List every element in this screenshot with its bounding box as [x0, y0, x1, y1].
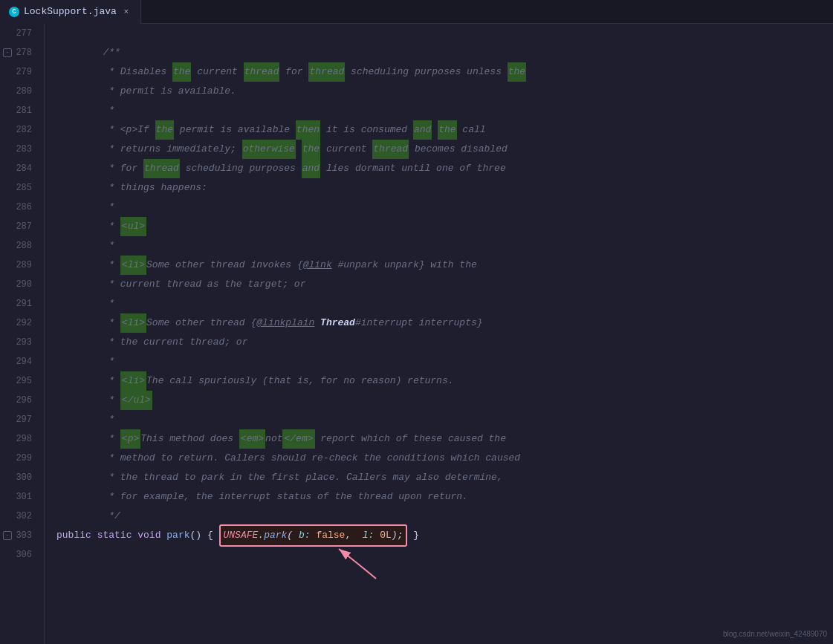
line-num-288: 288 [0, 236, 38, 256]
line-num-292: 292 [0, 313, 38, 333]
line-286: * [56, 198, 833, 217]
line-num-291: 291 [0, 294, 38, 313]
line-num-294: 294 [0, 352, 38, 371]
line-283: * returns immediately; otherwise the cur… [56, 140, 833, 159]
gutter: 277 - 278 279 280 281 282 283 284 285 28… [0, 24, 45, 644]
line-num-281: 281 [0, 101, 38, 120]
line-291: * [56, 294, 833, 313]
line-301: * for example, the interrupt status of t… [56, 487, 833, 507]
line-287: * <ul> [56, 217, 833, 236]
line-num-287: 287 [0, 217, 38, 236]
line-num-296: 296 [0, 391, 38, 410]
line-num-285: 285 [0, 178, 38, 198]
tab-bar: C LockSupport.java × [0, 0, 833, 24]
line-num-299: 299 [0, 449, 38, 468]
line-285: * things happens: [56, 178, 833, 198]
line-279: * Disables the current thread for thread… [56, 62, 833, 82]
line-num-282: 282 [0, 120, 38, 140]
line-288: * [56, 236, 833, 256]
line-num-303: - 303 [0, 526, 38, 545]
unsafe-park-highlight: UNSAFE.park( b: false, l: 0L); [219, 524, 408, 547]
line-num-306: 306 [0, 545, 38, 565]
line-num-280: 280 [0, 82, 38, 101]
tab-label: LockSupport.java [24, 6, 117, 17]
line-num-277: 277 [0, 24, 38, 43]
line-295: * <li>The call spuriously (that is, for … [56, 371, 833, 391]
line-num-278: - 278 [0, 43, 38, 62]
editor-container: 277 - 278 279 280 281 282 283 284 285 28… [0, 24, 833, 644]
line-282: * <p>If the permit is available then it … [56, 120, 833, 140]
line-289: * <li>Some other thread invokes {@link #… [56, 256, 833, 275]
watermark: blog.csdn.net/weixin_42489070 [723, 630, 827, 638]
line-num-302: 302 [0, 507, 38, 526]
line-299: * method to return. Callers should re-ch… [56, 449, 833, 468]
line-num-279: 279 [0, 62, 38, 82]
line-306 [56, 545, 833, 582]
line-num-289: 289 [0, 256, 38, 275]
line-298: * <p>This method does <em>not</em> repor… [56, 429, 833, 449]
line-num-290: 290 [0, 275, 38, 294]
tab-icon: C [9, 7, 19, 17]
line-num-301: 301 [0, 487, 38, 507]
line-num-300: 300 [0, 468, 38, 487]
line-303: public static void park() { UNSAFE.park(… [56, 526, 833, 545]
close-icon[interactable]: × [121, 7, 132, 17]
line-284: * for thread scheduling purposes and lie… [56, 159, 833, 178]
line-290: * current thread as the target; or [56, 275, 833, 294]
line-302: */ [56, 507, 833, 526]
line-293: * the current thread; or [56, 333, 833, 352]
line-num-295: 295 [0, 371, 38, 391]
fold-icon-278[interactable]: - [3, 48, 12, 57]
code-area[interactable]: /** * Disables the current thread for th… [45, 24, 833, 644]
line-296: * </ul> [56, 391, 833, 410]
line-num-284: 284 [0, 159, 38, 178]
line-280: * permit is available. [56, 82, 833, 101]
line-num-298: 298 [0, 429, 38, 449]
line-277 [56, 24, 833, 43]
line-num-283: 283 [0, 140, 38, 159]
line-num-293: 293 [0, 333, 38, 352]
line-300: * the thread to park in the first place.… [56, 468, 833, 487]
line-281: * [56, 101, 833, 120]
file-tab[interactable]: C LockSupport.java × [0, 0, 141, 24]
line-278: /** [56, 43, 833, 62]
line-num-297: 297 [0, 410, 38, 429]
line-297: * [56, 410, 833, 429]
line-num-286: 286 [0, 198, 38, 217]
line-292: * <li>Some other thread {@linkplain Thre… [56, 313, 833, 333]
red-arrow [317, 545, 406, 582]
fold-icon-303[interactable]: - [3, 531, 12, 540]
line-294: * [56, 352, 833, 371]
